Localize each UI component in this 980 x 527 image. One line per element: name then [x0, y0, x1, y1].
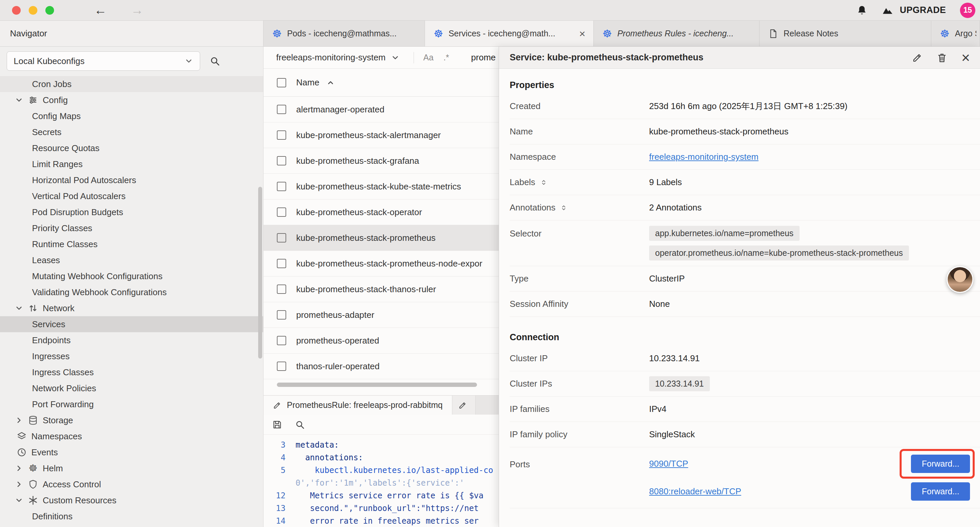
window-zoom-button[interactable] [45, 6, 54, 15]
sidebar-item-ingress-classes[interactable]: Ingress Classes [0, 364, 263, 380]
sort-ascending-icon[interactable] [326, 79, 334, 87]
row-checkbox[interactable] [277, 105, 286, 114]
row-checkbox[interactable] [277, 131, 286, 140]
sidebar-item-horizontal-pod-autoscalers[interactable]: Horizontal Pod Autoscalers [0, 172, 263, 188]
sidebar-item-network[interactable]: Network [0, 300, 263, 316]
sidebar-item-secrets[interactable]: Secrets [0, 124, 263, 140]
sidebar-item-storage[interactable]: Storage [0, 412, 263, 428]
sidebar-item-custom-resources[interactable]: Custom Resources [0, 492, 263, 508]
user-avatar[interactable] [947, 266, 973, 293]
property-row-ports: Ports 9090/TCP Forward... 8080:reloader-… [510, 447, 980, 508]
sidebar-item-ingresses[interactable]: Ingresses [0, 348, 263, 364]
sidebar-item-network-policies[interactable]: Network Policies [0, 380, 263, 396]
chevron-down-icon[interactable] [15, 496, 23, 505]
expand-collapse-icon[interactable] [559, 204, 568, 212]
editor-tab-prometheusrule[interactable]: PrometheusRule: freeleaps-prod-rabbitmq [264, 396, 452, 415]
tab-pods[interactable]: ☸ Pods - icecheng@mathmas... [264, 21, 425, 46]
sidebar-item-events[interactable]: Events [0, 444, 263, 460]
forward-button-8080[interactable]: Forward... [911, 482, 970, 501]
properties-heading: Properties [510, 80, 980, 91]
sidebar-item-resource-quotas[interactable]: Resource Quotas [0, 140, 263, 156]
sidebar-item-access-control[interactable]: Access Control [0, 476, 263, 492]
navigator-panel-header: Navigator [0, 21, 264, 46]
save-icon[interactable] [272, 420, 282, 430]
sidebar-item-priority-classes[interactable]: Priority Classes [0, 220, 263, 236]
search-icon[interactable] [295, 420, 305, 430]
delete-trash-icon[interactable] [937, 53, 947, 63]
namespaces-icon [17, 431, 27, 441]
search-input[interactable]: prome [471, 53, 496, 63]
column-header-name[interactable]: Name [296, 77, 319, 88]
namespace-filter-select[interactable]: freeleaps-monitoring-system [276, 53, 399, 63]
window-close-button[interactable] [12, 6, 21, 15]
sidebar-item-port-forwarding[interactable]: Port Forwarding [0, 396, 263, 412]
row-checkbox[interactable] [277, 182, 286, 191]
tab-services[interactable]: ☸ Services - icecheng@math... × [425, 21, 594, 46]
port-line-9090: 9090/TCP Forward... [649, 455, 970, 473]
line-number: 12 [264, 491, 286, 500]
port-8080-link[interactable]: 8080:reloader-web/TCP [649, 486, 741, 497]
sidebar-item-leases[interactable]: Leases [0, 252, 263, 268]
drawer-header: Service: kube-prometheus-stack-prometheu… [499, 47, 980, 69]
tab-prometheus-rules[interactable]: ☸ Prometheus Rules - icecheng... [594, 21, 759, 46]
sidebar-item-pod-disruption-budgets[interactable]: Pod Disruption Budgets [0, 204, 263, 220]
upgrade-button[interactable]: UPGRADE [881, 4, 946, 16]
sidebar-item-namespaces[interactable]: Namespaces [0, 428, 263, 444]
sidebar-item-runtime-classes[interactable]: Runtime Classes [0, 236, 263, 252]
back-icon[interactable]: ← [94, 3, 107, 18]
row-checkbox[interactable] [277, 361, 286, 371]
chevron-right-icon[interactable] [15, 480, 23, 489]
tab-argo[interactable]: ☸ Argo Se [931, 21, 980, 46]
sidebar-item-config[interactable]: Config [0, 92, 263, 108]
sidebar-item-limit-ranges[interactable]: Limit Ranges [0, 156, 263, 172]
chevron-right-icon[interactable] [15, 416, 23, 425]
window-minimize-button[interactable] [29, 6, 37, 15]
sidebar-item-config-maps[interactable]: Config Maps [0, 108, 263, 124]
sidebar-item-endpoints[interactable]: Endpoints [0, 332, 263, 348]
chevron-right-icon[interactable] [15, 464, 23, 473]
sidebar-scrollbar[interactable] [258, 187, 262, 358]
line-number: 3 [264, 440, 286, 450]
close-icon[interactable]: × [961, 50, 970, 65]
service-details-drawer: Service: kube-prometheus-stack-prometheu… [499, 47, 980, 527]
forward-icon[interactable]: → [131, 3, 143, 18]
shield-icon [28, 479, 38, 489]
row-checkbox[interactable] [277, 310, 286, 320]
row-checkbox[interactable] [277, 207, 286, 217]
namespace-link[interactable]: freeleaps-monitoring-system [649, 152, 759, 162]
expand-collapse-icon[interactable] [539, 178, 548, 187]
regex-toggle[interactable]: .* [444, 53, 449, 62]
sidebar-item-services[interactable]: Services [0, 316, 263, 332]
horizontal-scrollbar[interactable] [277, 382, 477, 387]
property-row-labels: Labels 9 Labels [510, 170, 980, 195]
search-icon[interactable] [210, 56, 220, 66]
sidebar-item-vertical-pod-autoscalers[interactable]: Vertical Pod Autoscalers [0, 188, 263, 204]
line-number: 14 [264, 516, 286, 525]
sidebar-item-cron-jobs[interactable]: Cron Jobs [0, 76, 263, 92]
row-checkbox[interactable] [277, 336, 286, 345]
tab-release-notes[interactable]: Release Notes [759, 21, 931, 46]
row-checkbox[interactable] [277, 156, 286, 166]
sidebar-item-helm[interactable]: ☸ Helm [0, 460, 263, 476]
port-9090-link[interactable]: 9090/TCP [649, 459, 688, 469]
close-icon[interactable]: × [579, 29, 585, 39]
kubeconfig-selector[interactable]: Local Kubeconfigs [7, 51, 200, 71]
edit-pencil-icon[interactable] [912, 53, 923, 63]
sidebar-item-mutating-webhook-configurations[interactable]: Mutating Webhook Configurations [0, 268, 263, 284]
property-row-cluster-ips: Cluster IPs 10.233.14.91 [510, 371, 980, 396]
match-case-toggle[interactable]: Aa [423, 53, 434, 62]
notifications-bell-icon[interactable] [856, 5, 868, 16]
sidebar-item-validating-webhook-configurations[interactable]: Validating Webhook Configurations [0, 284, 263, 300]
chevron-down-icon [185, 57, 193, 65]
row-checkbox[interactable] [277, 259, 286, 268]
editor-tab-partial[interactable] [452, 396, 476, 415]
select-all-checkbox[interactable] [277, 78, 286, 88]
code-line: 0','for':'1m','labels':{'service':' [296, 478, 464, 488]
forward-button-9090[interactable]: Forward... [911, 455, 970, 473]
notification-count-badge[interactable]: 15 [960, 3, 975, 18]
row-checkbox[interactable] [277, 285, 286, 294]
sidebar-item-definitions[interactable]: Definitions [0, 508, 263, 524]
chevron-down-icon[interactable] [15, 304, 23, 312]
chevron-down-icon[interactable] [15, 96, 23, 104]
row-checkbox[interactable] [277, 233, 286, 242]
